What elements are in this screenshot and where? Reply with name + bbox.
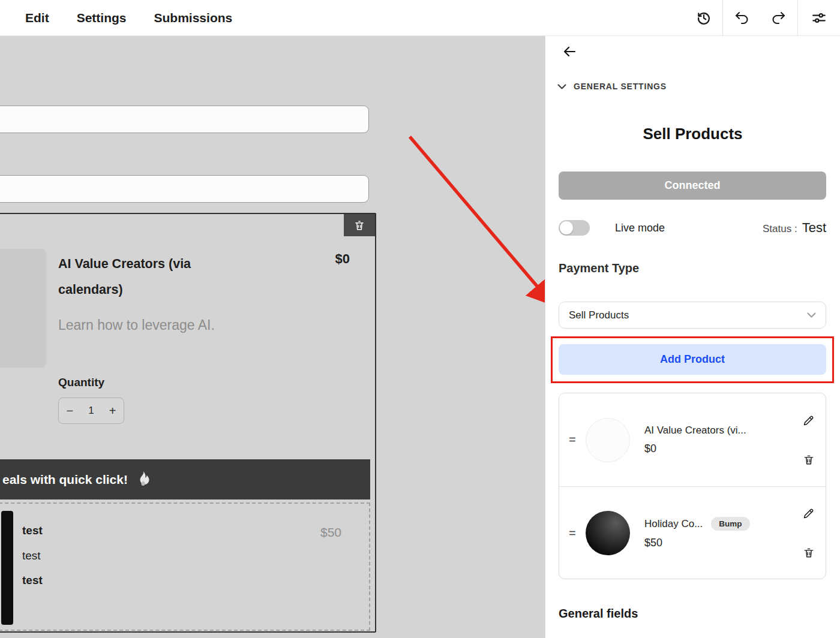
form-canvas: AI Value Creators (via calendars) $0 Lea… [0,36,545,638]
status-label: Status : [763,223,797,235]
panel-title: Sell Products [545,125,840,143]
edit-product-icon[interactable] [802,507,815,520]
bump-product-price: $50 [320,525,341,540]
bump-product-label: test [22,574,43,587]
undo-icon[interactable] [723,0,760,36]
quantity-label: Quantity [58,376,104,389]
chevron-down-icon [557,84,566,89]
bump-badge: Bump [711,517,749,531]
row-actions [800,413,817,467]
edit-product-icon[interactable] [802,414,815,427]
bump-banner-text: eals with quick click! [2,473,128,487]
quantity-stepper: − 1 + [58,398,124,424]
live-mode-label: Live mode [615,222,665,234]
product-list-item[interactable]: = AI Value Creators (vi... $0 [559,393,826,486]
toggle-knob [560,221,573,234]
back-button[interactable] [559,41,580,62]
status-value: Test [802,220,826,236]
bump-product-description: test [22,549,41,562]
connected-button[interactable]: Connected [559,171,826,200]
menu-settings[interactable]: Settings [77,11,127,25]
payment-type-label: Payment Type [559,261,639,275]
product-info: Holiday Co... Bump $50 [644,517,800,549]
product-list-item[interactable]: = Holiday Co... Bump $50 [559,486,826,579]
product-image-placeholder [0,249,46,368]
payment-type-select[interactable]: Sell Products [559,302,826,329]
form-input-field[interactable] [0,106,369,133]
product-list: = AI Value Creators (vi... $0 [559,393,826,579]
delete-product-icon[interactable] [802,454,815,466]
menu-edit[interactable]: Edit [25,11,49,25]
drag-handle-icon[interactable]: = [569,433,586,447]
settings-panel: GENERAL SETTINGS Sell Products Connected… [545,36,840,638]
general-settings-label: GENERAL SETTINGS [574,82,667,91]
sliders-icon[interactable] [798,0,840,36]
chevron-down-icon [807,312,816,318]
quantity-minus-button[interactable]: − [67,404,74,418]
live-mode-row: Live mode Status : Test [559,217,826,239]
general-settings-header[interactable]: GENERAL SETTINGS [557,82,667,91]
product-thumbnail [586,418,630,462]
payment-type-value: Sell Products [569,309,629,321]
top-actions [685,0,840,36]
product-name: Holiday Co... [644,518,703,530]
bump-product-name: test [22,524,43,537]
payment-block: AI Value Creators (via calendars) $0 Lea… [0,213,376,633]
quantity-plus-button[interactable]: + [109,404,116,418]
row-actions [800,506,817,560]
live-mode-toggle[interactable] [559,220,590,236]
bump-product-area: test test test $50 [0,502,370,631]
add-product-button[interactable]: Add Product [559,344,826,375]
bump-offer-banner: eals with quick click! [0,459,370,499]
drag-handle-icon[interactable]: = [569,526,586,540]
redo-icon[interactable] [760,0,797,36]
general-fields-heading: General fields [559,607,638,621]
top-menu: Edit Settings Submissions [25,0,232,36]
product-thumbnail [586,511,630,555]
menu-submissions[interactable]: Submissions [154,11,233,25]
fire-icon [136,471,151,489]
history-icon[interactable] [685,0,722,36]
product-name: AI Value Creators (vi... [644,425,746,437]
product-title: AI Value Creators (via calendars) [58,251,244,303]
delete-product-icon[interactable] [802,547,815,559]
top-bar: Edit Settings Submissions [0,0,840,36]
quantity-value: 1 [88,405,94,417]
product-price: $50 [644,537,800,549]
status: Status : Test [763,220,826,236]
form-input-field[interactable] [0,175,369,203]
bump-product-image [1,511,13,625]
product-price: $0 [644,443,800,455]
product-price: $0 [335,251,350,267]
delete-block-button[interactable] [344,214,375,236]
product-info: AI Value Creators (vi... $0 [644,425,800,455]
product-description: Learn how to leverage AI. [58,313,232,338]
